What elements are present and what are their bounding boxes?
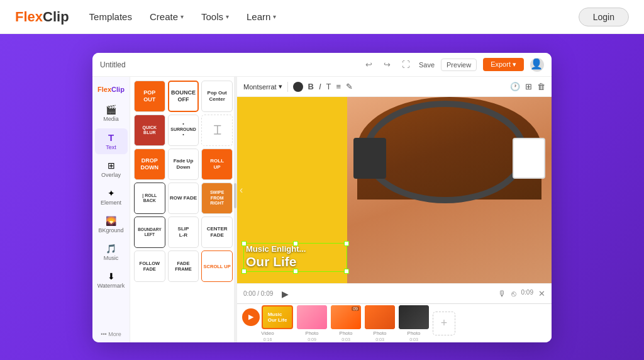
element-icon: ✦ [108, 188, 115, 198]
clip-duration-1: 0:16 [264, 337, 272, 342]
play-button[interactable]: ▶ [282, 289, 289, 299]
fullscreen-icon[interactable]: ⛶ [399, 59, 413, 70]
anim-slip-lr[interactable]: SLIPL-R [168, 217, 199, 248]
clock-icon[interactable]: 🕐 [510, 82, 520, 91]
login-button[interactable]: Login [579, 8, 629, 26]
share-icon[interactable]: ⎋ [511, 289, 516, 298]
preview-button[interactable]: Preview [441, 59, 477, 71]
tools-arrow-icon: ▾ [226, 13, 229, 20]
canvas-area: Montserrat ▾ B I T ≡ ✎ 🕐 ⊞ 🗑 [237, 77, 552, 342]
sidebar-item-overlay[interactable]: ⊞ Overlay [95, 157, 128, 182]
learn-arrow-icon: ▾ [273, 13, 276, 20]
mic-icon[interactable]: 🎙 [498, 289, 506, 298]
watermark-icon: ⬇ [108, 271, 115, 281]
canvas-video: ‹ Music Enlight... Our L [237, 97, 552, 283]
nav-tools[interactable]: Tools ▾ [201, 11, 229, 22]
clip-type-1: Video [261, 330, 274, 336]
italic-button[interactable]: I [319, 82, 321, 91]
anim-row-fade[interactable]: ROW FADE [168, 183, 199, 214]
anim-drop-down[interactable]: DROPDOWN [134, 149, 165, 180]
left-sidebar: FlexClip 🎬 Media T Text ⊞ Overlay ✦ Elem… [92, 77, 130, 342]
add-clip-button[interactable]: + [433, 312, 455, 335]
editor-main: FlexClip 🎬 Media T Text ⊞ Overlay ✦ Elem… [92, 77, 552, 342]
clip-duration-3: 0:03 [341, 337, 350, 342]
clip-duration-2: 0:09 [308, 337, 316, 342]
sidebar-item-text[interactable]: T Text [95, 128, 128, 154]
nav-templates[interactable]: Templates [89, 11, 132, 22]
sidebar-logo: FlexClip [95, 81, 127, 98]
timeline-clip-5[interactable]: Photo 0:03 [399, 305, 429, 342]
anim-quick-blur[interactable]: QUICK BLUR [134, 115, 165, 146]
anim-fade-frame[interactable]: FADE FRAME [168, 250, 199, 282]
anim-pop-out-center[interactable]: Pop OutCenter [201, 81, 233, 112]
sidebar-item-media[interactable]: 🎬 Media [95, 101, 128, 126]
close-icon[interactable]: ✕ [538, 289, 545, 298]
anim-fade-up-down[interactable]: Fade UpDown [168, 149, 199, 180]
canvas-text-line1: Music Enlight... [246, 244, 306, 254]
player-icons: 🎙 ⎋ 0:09 ✕ [498, 289, 545, 298]
active-play-indicator: ▶ [242, 308, 260, 326]
anim-boundary-left[interactable]: BOUNDARYLEFT [134, 217, 165, 248]
background-icon: 🌄 [106, 216, 116, 226]
color-picker-icon[interactable] [293, 82, 303, 92]
sidebar-item-element[interactable]: ✦ Element [95, 184, 128, 210]
anim-follow-fade[interactable]: FOLLOWFADE [134, 250, 165, 282]
sidebar-item-music[interactable]: 🎵 Music [95, 240, 128, 265]
anim-center-fade[interactable]: CENTERFADE [201, 217, 233, 248]
anim-pop-out[interactable]: POPOUT [134, 81, 165, 112]
anim-bounce-off[interactable]: BOUNCEOFF [168, 81, 199, 112]
grid-icon[interactable]: ⊞ [525, 82, 532, 91]
anim-surround[interactable]: • SURROUND • [168, 115, 199, 146]
nav-create[interactable]: Create ▾ [150, 11, 184, 22]
canvas-text-overlay: Music Enlight... Our Life [246, 244, 306, 269]
text-icon: T [108, 132, 114, 143]
sidebar-item-watermark[interactable]: ⬇ Watermark [95, 267, 128, 293]
time-current: 0:00 / 0:09 [243, 290, 273, 297]
text-animation-panel: POPOUT BOUNCEOFF Pop OutCenter QUICK BLU… [130, 77, 237, 342]
clip-type-4: Photo [374, 330, 387, 336]
editor-topbar: Untitled ↩ ↪ ⛶ Save Preview Export ▾ 👤 [92, 53, 552, 77]
nav-links: Templates Create ▾ Tools ▾ Learn ▾ [89, 11, 579, 22]
timeline-clip-2[interactable]: Photo 0:09 [297, 305, 327, 342]
canvas-toolbar: Montserrat ▾ B I T ≡ ✎ 🕐 ⊞ 🗑 [237, 77, 552, 97]
delete-icon[interactable]: 🗑 [537, 82, 545, 91]
sidebar-more[interactable]: ••• More [101, 331, 121, 337]
font-selector[interactable]: Montserrat ▾ [243, 82, 282, 91]
clip-duration-4: 0:03 [375, 337, 384, 342]
sidebar-item-background[interactable]: 🌄 BKground [95, 212, 128, 237]
create-arrow-icon: ▾ [180, 13, 184, 20]
nav-learn[interactable]: Learn ▾ [247, 11, 276, 22]
align-button[interactable]: ≡ [336, 82, 341, 91]
editor-title: Untitled [100, 60, 126, 69]
anim-roll-up[interactable]: ROLLUP [201, 149, 233, 180]
duration-badge: 0:09 [521, 289, 533, 298]
text-type-button[interactable]: T [326, 82, 331, 91]
bold-button[interactable]: B [308, 82, 314, 91]
timeline-clip-4[interactable]: Photo 0:03 [365, 305, 395, 342]
undo-button[interactable]: ↩ [363, 59, 375, 70]
save-button[interactable]: Save [419, 61, 435, 69]
top-navigation: FlexClip Templates Create ▾ Tools ▾ Lear… [0, 0, 644, 34]
logo[interactable]: FlexClip [15, 9, 69, 25]
music-icon: 🎵 [106, 244, 116, 254]
edit-button[interactable]: ✎ [346, 82, 353, 91]
panel-scroll-thumb[interactable] [234, 183, 236, 208]
redo-button[interactable]: ↪ [381, 59, 393, 70]
media-icon: 🎬 [106, 104, 116, 115]
timeline-clip-1[interactable]: ▶ MusicOur Life Video 0:16 [242, 305, 293, 342]
canvas-prev-arrow[interactable]: ‹ [240, 184, 243, 196]
player-bar: 0:00 / 0:09 ▶ 🎙 ⎋ 0:09 ✕ [237, 283, 552, 303]
clip-type-5: Photo [408, 330, 421, 336]
editor-window: Untitled ↩ ↪ ⛶ Save Preview Export ▾ 👤 F… [92, 53, 552, 342]
anim-scroll-up[interactable]: SCROLL UP [201, 250, 233, 282]
clip-type-3: Photo [340, 330, 353, 336]
font-arrow-icon: ▾ [279, 82, 282, 91]
export-button[interactable]: Export ▾ [483, 58, 524, 71]
timeline-clip-3[interactable]: 09 Photo 0:03 [331, 305, 361, 342]
anim-swipe-from-right[interactable]: SWIPEFROM RIGHT [201, 183, 233, 214]
avatar[interactable]: 👤 [530, 58, 544, 72]
anim-roll-back[interactable]: | ROLL BACK [134, 183, 165, 214]
toolbar-divider [287, 82, 288, 92]
anim-cursor-cell[interactable]: ⌶ [201, 115, 233, 146]
clip-type-2: Photo [306, 330, 319, 336]
